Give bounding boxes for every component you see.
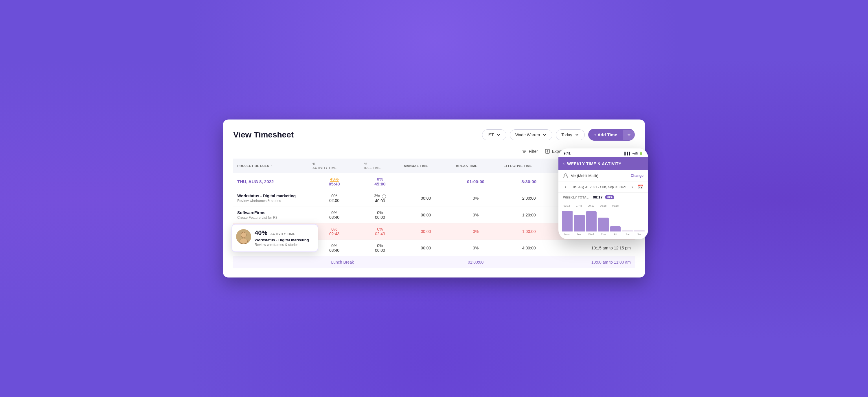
page-title: View Timesheet <box>233 130 294 140</box>
row1-activity-pct: 0% <box>312 210 356 215</box>
chevron-down-icon <box>575 132 579 137</box>
row0-activity-pct: 0% <box>312 193 356 198</box>
mobile-total-row: WEEKLY TOTAL : 08:17 70% <box>558 193 648 202</box>
bar-column <box>610 226 621 232</box>
header-controls: IST Wade Warren Today + Add Time <box>482 129 635 141</box>
bar-column <box>622 230 632 232</box>
bar-value: 09:12 <box>586 204 596 207</box>
date-idle-time: 45:00 <box>364 181 396 186</box>
weekly-total-label: WEEKLY TOTAL : <box>563 195 591 199</box>
row2-activity-pct: 0% <box>312 227 356 232</box>
svg-point-17 <box>564 174 567 176</box>
bar-value: 07:48 <box>574 204 584 207</box>
bar <box>610 226 621 232</box>
row1-idle-pct: 0% <box>364 210 396 215</box>
row1-break: 0% <box>452 207 500 223</box>
svg-point-16 <box>240 238 247 244</box>
row0-effective: 2:00:00 <box>500 190 558 207</box>
tooltip-task: Review wireframes & stories <box>255 243 309 247</box>
bar <box>598 218 609 232</box>
mobile-bar-chart <box>562 208 645 232</box>
row3-activity-pct: 0% <box>312 243 356 248</box>
filter-icon <box>522 149 527 154</box>
bar <box>574 215 585 232</box>
user-avatar-img <box>236 229 251 244</box>
day-label: Sat <box>623 233 632 236</box>
day-label: Mon <box>562 233 572 236</box>
date-activity-time: 05:40 <box>312 181 356 186</box>
task-name: Create Feature List for R3 <box>237 216 304 220</box>
timezone-dropdown[interactable]: IST <box>482 129 506 140</box>
bar-column <box>598 218 609 232</box>
project-name: Workstatus - Digital marketing <box>237 193 304 198</box>
period-dropdown[interactable]: Today <box>556 129 585 140</box>
row1-activity-time: 03:40 <box>312 215 356 220</box>
col-project-details: PROJECT DETAILS ↑ <box>233 159 308 173</box>
bar-value: 09:18 <box>562 204 572 207</box>
chevron-down-icon <box>542 132 547 137</box>
lunch-break-time: 01:00:00 <box>452 256 500 268</box>
row0-idle-time: 40:00 <box>364 198 396 203</box>
mobile-chart-area: 09:1807:4809:1206:1802:18-------- MonTue… <box>558 202 648 239</box>
date-effective-time: 8:30:00 <box>500 173 558 190</box>
change-user-button[interactable]: Change <box>631 174 644 178</box>
lunch-label: Lunch Break <box>233 256 452 268</box>
lunch-duration: 10:00 am to 11:00 am <box>558 256 635 268</box>
row3-break: 0% <box>452 240 500 256</box>
row3-idle-time: 00:00 <box>364 248 396 253</box>
mobile-user-row: Me (Mohit Malik) Change <box>558 170 648 181</box>
mobile-date-nav: ‹ Tue, Aug 31 2021 - Sun, Sep 06 2021 › … <box>558 181 648 193</box>
main-card: View Timesheet IST Wade Warren Today + A… <box>223 120 645 277</box>
row0-break: 0% <box>452 190 500 207</box>
weekly-total-value: 08:17 <box>593 195 602 200</box>
day-label: Sun <box>635 233 645 236</box>
day-label: Tue <box>574 233 584 236</box>
col-idle-pct: % IDLE TIME <box>360 159 400 173</box>
filter-button[interactable]: Filter <box>522 149 538 154</box>
back-button[interactable]: ‹ <box>563 161 565 167</box>
mobile-date-range: Tue, Aug 31 2021 - Sun, Sep 06 2021 <box>571 185 627 189</box>
row0-idle-pct: 3% i <box>364 193 396 198</box>
calendar-icon[interactable]: 📅 <box>638 184 644 190</box>
bar <box>622 230 632 232</box>
prev-week-button[interactable]: ‹ <box>563 184 568 190</box>
row0-activity-time: 02:00 <box>312 198 356 203</box>
add-time-button[interactable]: + Add Time <box>588 129 635 141</box>
tooltip-activity-label: ACTIVITY TIME <box>271 232 296 236</box>
header: View Timesheet IST Wade Warren Today + A… <box>233 129 635 141</box>
bar-column <box>562 211 572 232</box>
avatar <box>236 229 251 244</box>
row2-break: 0% <box>452 223 500 240</box>
bar-value: 02:18 <box>611 204 620 207</box>
export-icon <box>545 149 550 154</box>
next-week-button[interactable]: › <box>629 184 634 190</box>
col-break-time: BREAK TIME <box>452 159 500 173</box>
date-cell: THU, AUG 8, 2022 <box>233 173 308 190</box>
row1-manual: 00:00 <box>400 207 452 223</box>
activity-tooltip: 40% ACTIVITY TIME Workstatus - Digital m… <box>231 224 318 252</box>
row2-idle-pct: 0% <box>364 227 396 232</box>
bar-column <box>574 215 585 232</box>
date-activity-pct: 43% <box>312 177 356 181</box>
mobile-header: ‹ WEEKLY TIME & ACTIVITY <box>558 157 648 170</box>
col-activity-pct: % ACTIVITY TIME <box>308 159 360 173</box>
svg-point-15 <box>241 232 246 238</box>
user-dropdown[interactable]: Wade Warren <box>510 129 552 140</box>
project-name: SoftwareFirms <box>237 210 304 215</box>
row1-idle-time: 00:00 <box>364 215 396 220</box>
bar-value: ---- <box>623 204 632 207</box>
chevron-down-icon <box>627 133 631 136</box>
tooltip-activity-pct: 40% <box>255 229 267 236</box>
bar <box>562 211 572 232</box>
date-break-time: 01:00:00 <box>452 173 500 190</box>
lunch-break-row: Lunch Break 01:00:00 10:00 am to 11:00 a… <box>233 256 635 268</box>
bar <box>586 211 597 232</box>
task-name: Review wireframes & stories <box>237 199 304 203</box>
row2-activity-time: 02:43 <box>312 232 356 236</box>
mobile-user-label: Me (Mohit Malik) <box>570 174 598 178</box>
row2-idle-time: 02:43 <box>364 232 396 236</box>
tooltip-project: Workstatus - Digital marketing <box>255 238 309 242</box>
mobile-panel-title: WEEKLY TIME & ACTIVITY <box>567 161 621 166</box>
bar <box>634 230 645 232</box>
date-idle-pct: 0% <box>364 177 396 181</box>
